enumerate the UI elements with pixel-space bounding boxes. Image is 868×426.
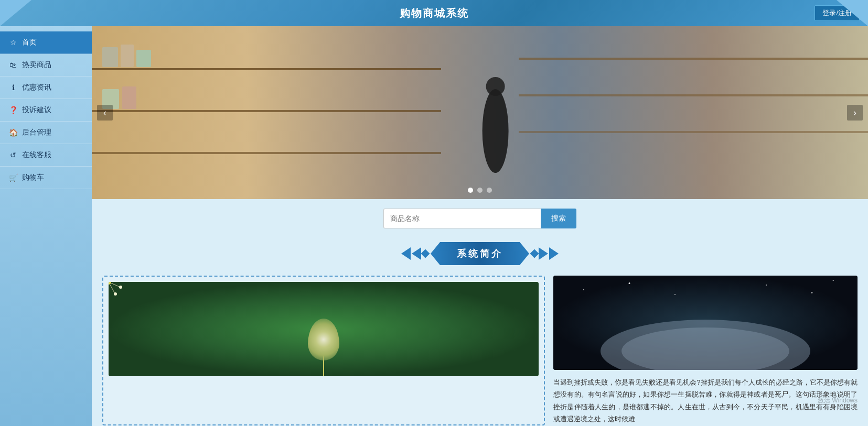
- left-arrow-inner: [412, 247, 421, 260]
- sidebar-item-label: 热卖商品: [22, 60, 51, 70]
- banner-next-button[interactable]: ›: [847, 105, 863, 121]
- info-icon: ℹ: [8, 83, 18, 92]
- content-area: ‹ › 搜索 系统简介: [92, 26, 868, 426]
- svg-point-38: [674, 294, 676, 295]
- svg-rect-10: [519, 94, 868, 96]
- svg-rect-4: [102, 47, 118, 67]
- cart-icon: 🛒: [8, 173, 18, 182]
- svg-point-30: [119, 286, 122, 289]
- content-left-panel: [102, 276, 545, 425]
- banner-dot-1[interactable]: [468, 188, 473, 193]
- section-header: 系统简介: [92, 242, 868, 265]
- svg-rect-1: [92, 68, 441, 70]
- banner: ‹ ›: [92, 26, 868, 199]
- svg-point-41: [833, 280, 834, 281]
- login-register-button[interactable]: 登录/注册: [815, 5, 860, 21]
- banner-prev-button[interactable]: ‹: [97, 105, 113, 121]
- svg-rect-6: [136, 50, 151, 67]
- service-icon: ↺: [8, 151, 18, 159]
- svg-point-40: [811, 292, 813, 293]
- svg-rect-3: [92, 152, 441, 154]
- bottom-content: 当遇到挫折或失败，你是看见失败还是看见机会?挫折是我们每个人成长的必经之路，它不…: [92, 276, 868, 426]
- sidebar-item-label: 优惠资讯: [22, 83, 51, 92]
- banner-dots: [468, 188, 492, 193]
- home-icon: ☆: [8, 38, 18, 47]
- banner-image: [92, 26, 868, 199]
- section-title: 系统简介: [431, 242, 529, 265]
- left-arrow-outer: [401, 247, 411, 260]
- left-diamond: [421, 249, 430, 258]
- search-input[interactable]: [383, 209, 541, 228]
- svg-point-36: [583, 289, 584, 290]
- search-area: 搜索: [92, 199, 868, 234]
- banner-dot-2[interactable]: [477, 188, 483, 193]
- sidebar: ☆ 首页 🛍 热卖商品 ℹ 优惠资讯 ❓ 投诉建议 🏠 后台管理 ↺ 在线客服 …: [0, 26, 92, 426]
- svg-rect-11: [519, 131, 868, 133]
- svg-point-39: [766, 285, 767, 286]
- header: 购物商城系统 登录/注册: [0, 0, 868, 26]
- banner-dot-3[interactable]: [487, 188, 492, 193]
- sidebar-item-label: 购物车: [22, 173, 44, 182]
- sidebar-item-promo[interactable]: ℹ 优惠资讯: [0, 77, 92, 99]
- right-diamond: [530, 249, 539, 258]
- svg-rect-2: [92, 110, 441, 112]
- content-right-image: [553, 276, 858, 370]
- question-icon: ❓: [8, 106, 18, 114]
- svg-rect-5: [121, 45, 134, 67]
- sidebar-item-hot[interactable]: 🛍 热卖商品: [0, 54, 92, 77]
- bag-icon: 🛍: [8, 61, 18, 69]
- svg-point-12: [483, 89, 509, 173]
- svg-point-13: [486, 77, 505, 96]
- sidebar-item-service[interactable]: ↺ 在线客服: [0, 144, 92, 167]
- sidebar-item-label: 后台管理: [22, 128, 51, 137]
- sidebar-item-label: 首页: [22, 38, 37, 47]
- svg-rect-8: [122, 86, 136, 109]
- sidebar-item-home[interactable]: ☆ 首页: [0, 31, 92, 54]
- sidebar-item-feedback[interactable]: ❓ 投诉建议: [0, 99, 92, 122]
- svg-rect-9: [519, 58, 868, 60]
- svg-point-37: [629, 282, 630, 284]
- right-arrow-inner: [539, 247, 548, 260]
- sidebar-item-label: 在线客服: [22, 150, 51, 160]
- page-title: 购物商城系统: [400, 6, 469, 20]
- admin-icon: 🏠: [8, 128, 18, 137]
- main-layout: ☆ 首页 🛍 热卖商品 ℹ 优惠资讯 ❓ 投诉建议 🏠 后台管理 ↺ 在线客服 …: [0, 26, 868, 426]
- right-arrow-outer: [549, 247, 559, 260]
- search-button[interactable]: 搜索: [541, 209, 576, 228]
- sidebar-item-label: 投诉建议: [22, 105, 51, 115]
- sidebar-item-admin[interactable]: 🏠 后台管理: [0, 122, 92, 144]
- content-left-image: [109, 282, 539, 376]
- sidebar-item-cart[interactable]: 🛒 购物车: [0, 167, 92, 189]
- content-right-text: 当遇到挫折或失败，你是看见失败还是看见机会?挫折是我们每个人成长的必经之路，它不…: [553, 376, 858, 425]
- content-right-panel: 当遇到挫折或失败，你是看见失败还是看见机会?挫折是我们每个人成长的必经之路，它不…: [553, 276, 858, 425]
- svg-rect-0: [92, 26, 868, 199]
- svg-point-32: [114, 292, 117, 296]
